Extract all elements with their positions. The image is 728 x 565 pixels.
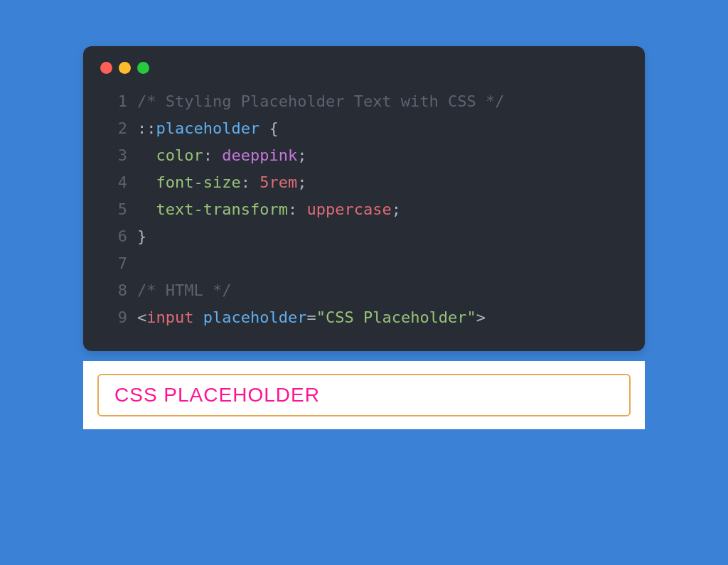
code-line: 5 text-transform: uppercase; bbox=[105, 196, 623, 223]
line-number: 1 bbox=[105, 88, 127, 115]
minimize-icon[interactable] bbox=[119, 62, 131, 74]
code-content: <input placeholder="CSS Placeholder"> bbox=[137, 304, 486, 331]
token: color bbox=[156, 146, 203, 164]
token: } bbox=[137, 227, 146, 245]
demo-panel bbox=[83, 361, 645, 429]
code-content: } bbox=[137, 223, 146, 250]
token: placeholder bbox=[156, 119, 269, 137]
token: = bbox=[306, 308, 316, 326]
code-content: text-transform: uppercase; bbox=[137, 196, 401, 223]
code-content: /* HTML */ bbox=[137, 277, 231, 304]
line-number: 9 bbox=[105, 304, 127, 331]
token: uppercase bbox=[306, 200, 391, 218]
token: { bbox=[269, 119, 278, 137]
token: : bbox=[203, 146, 223, 164]
code-block: 1/* Styling Placeholder Text with CSS */… bbox=[83, 81, 645, 331]
close-icon[interactable] bbox=[100, 62, 112, 74]
line-number: 3 bbox=[105, 142, 127, 169]
token: > bbox=[476, 308, 486, 326]
line-number: 5 bbox=[105, 196, 127, 223]
line-number: 7 bbox=[105, 250, 127, 277]
code-content bbox=[137, 250, 146, 277]
code-line: 1/* Styling Placeholder Text with CSS */ bbox=[105, 88, 623, 115]
code-line: 9<input placeholder="CSS Placeholder"> bbox=[105, 304, 623, 331]
token: placeholder bbox=[203, 308, 307, 326]
token: ; bbox=[297, 146, 306, 164]
demo-input[interactable] bbox=[97, 374, 631, 416]
code-editor-window: 1/* Styling Placeholder Text with CSS */… bbox=[83, 46, 645, 351]
token: text-transform bbox=[156, 200, 288, 218]
code-line: 8/* HTML */ bbox=[105, 277, 623, 304]
line-number: 4 bbox=[105, 169, 127, 196]
token: deeppink bbox=[222, 146, 297, 164]
code-line: 3 color: deeppink; bbox=[105, 142, 623, 169]
code-line: 6} bbox=[105, 223, 623, 250]
token: ; bbox=[297, 173, 306, 191]
code-content: ::placeholder { bbox=[137, 115, 279, 142]
code-content: color: deeppink; bbox=[137, 142, 306, 169]
token: /* HTML */ bbox=[137, 281, 231, 299]
token bbox=[137, 173, 156, 191]
code-content: font-size: 5rem; bbox=[137, 169, 306, 196]
token: input bbox=[146, 308, 203, 326]
line-number: 6 bbox=[105, 223, 127, 250]
token bbox=[137, 200, 156, 218]
zoom-icon[interactable] bbox=[137, 62, 149, 74]
token: font-size bbox=[156, 173, 241, 191]
token: : bbox=[288, 200, 307, 218]
token: 5rem bbox=[259, 173, 297, 191]
token: < bbox=[137, 308, 146, 326]
token: "CSS Placeholder" bbox=[316, 308, 476, 326]
token: : bbox=[241, 173, 260, 191]
token: /* Styling Placeholder Text with CSS */ bbox=[137, 92, 505, 110]
code-line: 2::placeholder { bbox=[105, 115, 623, 142]
code-line: 7 bbox=[105, 250, 623, 277]
line-number: 8 bbox=[105, 277, 127, 304]
line-number: 2 bbox=[105, 115, 127, 142]
token bbox=[137, 146, 156, 164]
window-titlebar bbox=[83, 46, 645, 81]
code-line: 4 font-size: 5rem; bbox=[105, 169, 623, 196]
token: :: bbox=[137, 119, 156, 137]
token: ; bbox=[392, 200, 401, 218]
code-content: /* Styling Placeholder Text with CSS */ bbox=[137, 88, 505, 115]
